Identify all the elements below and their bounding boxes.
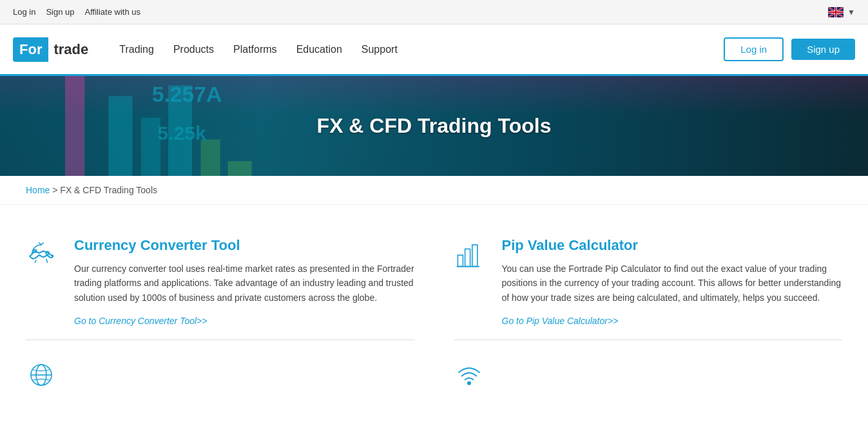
svg-rect-6 xyxy=(228,161,252,176)
handshake-icon xyxy=(26,240,57,271)
logo-area: For trade Trading Products Platforms Edu… xyxy=(13,37,398,62)
tool-card-currency-converter: Currency Converter Tool Our currency con… xyxy=(26,224,415,340)
language-selector[interactable]: ▼ xyxy=(828,7,855,17)
top-bar: Log in Sign up Affiliate with us ▼ xyxy=(0,0,868,24)
svg-rect-5 xyxy=(200,140,220,176)
nav-trading[interactable]: Trading xyxy=(119,41,154,59)
pip-value-desc: You can use the Fortrade Pip Calculator … xyxy=(502,262,843,305)
tool-card-pip-value: Pip Value Calculator You can use the For… xyxy=(454,224,843,340)
svg-rect-12 xyxy=(465,249,470,266)
svg-rect-11 xyxy=(458,255,463,267)
nav-platforms[interactable]: Platforms xyxy=(233,41,277,59)
partial-icon-4 xyxy=(454,360,489,393)
wifi-icon xyxy=(454,360,485,390)
pip-value-body: Pip Value Calculator You can use the For… xyxy=(502,237,843,327)
breadcrumb-home[interactable]: Home xyxy=(26,185,50,195)
tools-grid: Currency Converter Tool Our currency con… xyxy=(26,224,842,340)
breadcrumb-current: FX & CFD Trading Tools xyxy=(60,185,157,195)
currency-converter-desc: Our currency converter tool uses real-ti… xyxy=(74,262,415,305)
logo-trade: trade xyxy=(48,37,93,62)
logo-link[interactable]: For trade xyxy=(13,37,93,62)
globe-icon xyxy=(26,360,57,390)
barchart-icon xyxy=(454,240,485,271)
svg-rect-2 xyxy=(108,96,132,176)
currency-converter-link[interactable]: Go to Currency Converter Tool>> xyxy=(74,316,207,326)
nav-products[interactable]: Products xyxy=(173,41,214,59)
topbar-signup-link[interactable]: Sign up xyxy=(46,7,74,17)
currency-converter-body: Currency Converter Tool Our currency con… xyxy=(74,237,415,327)
nav-education[interactable]: Education xyxy=(296,41,342,59)
bottom-partial-tools xyxy=(26,347,842,393)
breadcrumb: Home > FX & CFD Trading Tools xyxy=(0,176,868,205)
currency-converter-icon xyxy=(26,237,61,327)
partial-tool-3 xyxy=(26,347,415,393)
main-content: Currency Converter Tool Our currency con… xyxy=(0,205,868,412)
main-nav: Trading Products Platforms Education Sup… xyxy=(119,41,398,59)
svg-point-18 xyxy=(467,382,470,385)
breadcrumb-separator: > xyxy=(52,185,60,195)
top-bar-left: Log in Sign up Affiliate with us xyxy=(13,7,140,17)
svg-rect-13 xyxy=(472,245,477,267)
partial-icon-3 xyxy=(26,360,61,393)
svg-rect-1 xyxy=(65,76,84,176)
login-button[interactable]: Log in xyxy=(724,37,784,61)
svg-text:5.25k: 5.25k xyxy=(157,122,206,144)
partial-tool-4 xyxy=(454,347,843,393)
currency-converter-title: Currency Converter Tool xyxy=(74,237,415,254)
hero-title: FX & CFD Trading Tools xyxy=(317,114,552,138)
uk-flag-icon xyxy=(828,7,844,17)
topbar-affiliate-link[interactable]: Affiliate with us xyxy=(85,7,140,17)
svg-text:5.257A: 5.257A xyxy=(152,82,222,106)
hero-banner: 5.257A 5.25k FX & CFD Trading Tools xyxy=(0,76,868,176)
topbar-login-link[interactable]: Log in xyxy=(13,7,35,17)
pip-value-link[interactable]: Go to Pip Value Calculator>> xyxy=(502,316,619,326)
header: For trade Trading Products Platforms Edu… xyxy=(0,24,868,76)
pip-value-icon xyxy=(454,237,489,327)
language-chevron-icon: ▼ xyxy=(847,8,855,17)
signup-button[interactable]: Sign up xyxy=(791,39,855,60)
header-actions: Log in Sign up xyxy=(724,37,855,61)
nav-support[interactable]: Support xyxy=(362,41,398,59)
logo-for: For xyxy=(13,37,48,62)
pip-value-title: Pip Value Calculator xyxy=(502,237,843,254)
